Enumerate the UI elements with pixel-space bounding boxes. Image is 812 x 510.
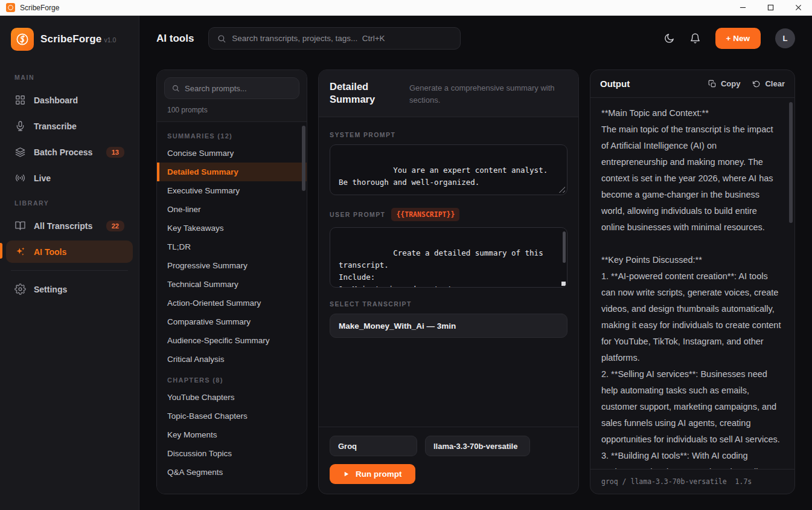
microphone-icon	[14, 120, 26, 132]
output-header: Output Copy Clear	[590, 70, 794, 98]
prompt-item[interactable]: Audience-Specific Summary	[157, 331, 307, 350]
book-open-icon	[14, 220, 26, 231]
layers-icon	[14, 146, 26, 158]
rotate-ccw-icon	[752, 80, 761, 88]
system-prompt-label: SYSTEM PROMPT	[330, 131, 567, 138]
sidebar-divider	[11, 270, 128, 271]
model-select[interactable]: llama-3.3-70b-versatile	[425, 436, 530, 456]
sidebar-item-label: Settings	[34, 285, 67, 294]
output-scroll-area[interactable]: **Main Topic and Context:** The main top…	[590, 98, 794, 469]
output-line: **Key Points Discussed:**	[601, 252, 782, 268]
sidebar: ScribeForgev1.0 MAIN Dashboard Transcrib…	[0, 16, 139, 510]
resize-grip[interactable]	[561, 282, 566, 286]
prompt-list-scroll-area[interactable]: SUMMARIES (12) Concise Summary Detailed …	[157, 121, 307, 494]
avatar[interactable]: L	[775, 28, 795, 48]
scrollbar-thumb[interactable]	[789, 102, 793, 223]
sidebar-item-label: AI Tools	[34, 247, 66, 257]
select-transcript-label: SELECT TRANSCRIPT	[330, 300, 567, 308]
prompt-item[interactable]: Key Takeaways	[157, 219, 307, 237]
prompt-group-title: SUMMARIES (12)	[157, 124, 307, 144]
transcript-select-value: Make_Money_With_Ai — 3min	[339, 321, 456, 331]
sidebar-item-label: All Transcripts	[34, 221, 92, 231]
editor-title: Detailed Summary	[330, 80, 397, 106]
sidebar-item-label: Live	[34, 173, 51, 183]
global-search-input[interactable]	[232, 34, 452, 43]
sparkles-icon	[14, 246, 26, 257]
user-prompt-textarea[interactable]: Create a detailed summary of this transc…	[330, 227, 567, 288]
editor-footer: Groq llama-3.3-70b-versatile Run prompt	[319, 427, 578, 494]
prompt-item[interactable]: Action-Oriented Summary	[157, 294, 307, 312]
search-icon	[217, 34, 226, 44]
prompt-editor-panel: Detailed Summary Generate a comprehensiv…	[318, 69, 579, 494]
sidebar-item-dashboard[interactable]: Dashboard	[6, 89, 133, 111]
transcript-select[interactable]: Make_Money_With_Ai — 3min	[330, 314, 567, 338]
broadcast-icon	[14, 172, 26, 184]
provider-select[interactable]: Groq	[330, 436, 417, 456]
active-indicator	[0, 243, 2, 259]
prompt-item[interactable]: Discussion Topics	[157, 444, 307, 463]
minimize-button[interactable]	[729, 0, 756, 15]
scribeforge-logo-icon	[11, 28, 34, 51]
sidebar-item-live[interactable]: Live	[6, 167, 133, 189]
sidebar-item-transcribe[interactable]: Transcribe	[6, 115, 133, 137]
prompt-item[interactable]: Q&A Segments	[157, 463, 307, 482]
search-icon	[171, 84, 180, 92]
system-prompt-text: You are an expert content analyst. Be th…	[339, 166, 552, 187]
nav-section-main: MAIN	[0, 65, 139, 87]
user-prompt-label: USER PROMPT	[330, 211, 385, 218]
sidebar-item-label: Transcribe	[34, 121, 77, 131]
brand-name: ScribeForge	[40, 33, 101, 45]
sidebar-item-label: Batch Process	[34, 147, 92, 157]
prompt-search[interactable]	[164, 77, 299, 99]
prompt-item[interactable]: Comparative Summary	[157, 312, 307, 331]
scrollbar-thumb[interactable]	[302, 126, 305, 191]
sidebar-item-ai-tools[interactable]: AI Tools	[6, 240, 133, 263]
clear-button[interactable]: Clear	[752, 79, 785, 88]
output-title: Output	[600, 79, 630, 89]
prompt-item[interactable]: Critical Analysis	[157, 350, 307, 369]
clear-label: Clear	[765, 79, 785, 88]
sidebar-item-settings[interactable]: Settings	[6, 278, 133, 300]
scrollbar-thumb[interactable]	[563, 231, 566, 263]
output-line: The main topic of the transcript is the …	[601, 121, 782, 236]
maximize-button[interactable]	[756, 0, 784, 15]
prompt-item-selected[interactable]: Detailed Summary	[157, 163, 307, 181]
system-prompt-textarea[interactable]: You are an expert content analyst. Be th…	[330, 144, 567, 195]
provider-select-value: Groq	[338, 442, 357, 451]
batch-process-badge: 13	[106, 147, 124, 158]
sidebar-item-all-transcripts[interactable]: All Transcripts 22	[6, 215, 133, 237]
resize-grip[interactable]	[558, 186, 565, 193]
output-line: **Main Topic and Context:**	[601, 105, 782, 121]
prompt-item[interactable]: Topic-Based Chapters	[157, 407, 307, 425]
prompt-item[interactable]: Executive Summary	[157, 181, 307, 200]
page-title: AI tools	[156, 33, 194, 45]
prompt-item[interactable]: Progressive Summary	[157, 256, 307, 275]
prompt-item[interactable]: Concise Summary	[157, 144, 307, 163]
output-line: 2. **Selling AI services**: Businesses n…	[601, 366, 782, 448]
prompt-item[interactable]: Key Moments	[157, 425, 307, 444]
sidebar-item-label: Dashboard	[34, 95, 78, 105]
prompt-item[interactable]: TL;DR	[157, 237, 307, 256]
window-title: ScribeForge	[20, 4, 59, 12]
topbar: AI tools + New	[139, 16, 812, 53]
window-titlebar: ScribeForge	[0, 0, 812, 16]
new-button[interactable]: + New	[715, 28, 761, 49]
global-search[interactable]	[208, 27, 461, 50]
copy-label: Copy	[721, 79, 741, 88]
prompt-list-panel: 100 prompts SUMMARIES (12) Concise Summa…	[156, 69, 307, 494]
theme-toggle-moon-icon[interactable]	[663, 33, 675, 44]
run-prompt-button[interactable]: Run prompt	[330, 464, 415, 484]
notifications-bell-icon[interactable]	[689, 33, 701, 44]
output-line	[601, 236, 782, 252]
close-button[interactable]	[784, 0, 812, 15]
prompt-item[interactable]: Technical Summary	[157, 275, 307, 294]
prompt-item[interactable]: One-liner	[157, 200, 307, 219]
app-icon	[6, 3, 15, 12]
nav-section-library: LIBRARY	[0, 191, 139, 213]
run-prompt-label: Run prompt	[356, 470, 402, 479]
sidebar-item-batch-process[interactable]: Batch Process 13	[6, 141, 133, 163]
prompt-search-input[interactable]	[185, 84, 292, 93]
prompt-item[interactable]: YouTube Chapters	[157, 388, 307, 407]
copy-button[interactable]: Copy	[708, 79, 741, 88]
output-panel: Output Copy Clear	[590, 69, 795, 494]
